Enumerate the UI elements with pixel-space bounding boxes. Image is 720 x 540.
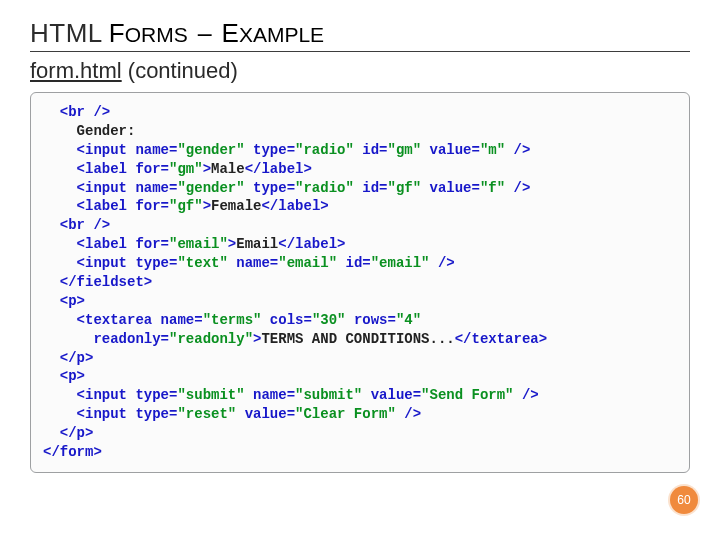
slide-title: HTML FORMS – EXAMPLE xyxy=(30,18,690,49)
title-word-1: HTML xyxy=(30,18,103,49)
title-word-3: EXAMPLE xyxy=(222,18,325,49)
page-number-badge: 60 xyxy=(670,486,698,514)
title-underline xyxy=(30,51,690,52)
code-block: <br /> Gender: <input name="gender" type… xyxy=(43,103,677,462)
title-word-2: FORMS xyxy=(109,18,188,49)
page-number: 60 xyxy=(677,493,690,507)
title-dash: – xyxy=(198,19,212,48)
subtitle: form.html (continued) xyxy=(30,58,690,84)
code-box: <br /> Gender: <input name="gender" type… xyxy=(30,92,690,473)
slide: HTML FORMS – EXAMPLE form.html (continue… xyxy=(0,0,720,540)
subtitle-filename: form.html xyxy=(30,58,122,83)
subtitle-rest: (continued) xyxy=(122,58,238,83)
